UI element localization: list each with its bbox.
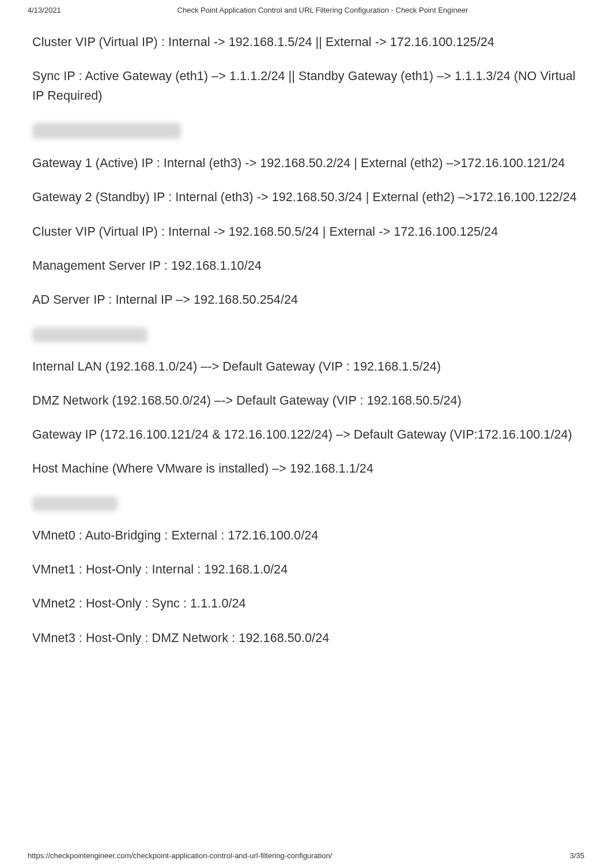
paragraph-cluster-vip-internal: Cluster VIP (Virtual IP) : Internal -> 1…: [32, 33, 580, 52]
paragraph-internal-lan: Internal LAN (192.168.1.0/24) –-> Defaul…: [32, 357, 580, 376]
paragraph-vmnet1: VMnet1 : Host-Only : Internal : 192.168.…: [32, 560, 580, 579]
header-title: Check Point Application Control and URL …: [61, 6, 584, 14]
paragraph-gateway2: Gateway 2 (Standby) IP : Internal (eth3)…: [32, 188, 580, 207]
paragraph-vmnet3: VMnet3 : Host-Only : DMZ Network : 192.1…: [32, 629, 580, 648]
paragraph-gateway1: Gateway 1 (Active) IP : Internal (eth3) …: [32, 154, 580, 173]
blurred-heading-vmnet-details: VMNet Details: [32, 496, 118, 511]
header-date: 4/13/2021: [28, 6, 61, 14]
page-footer: https://checkpointengineer.com/checkpoin…: [0, 851, 612, 860]
paragraph-host-machine: Host Machine (Where VMware is installed)…: [32, 459, 580, 478]
paragraph-gateway-ip: Gateway IP (172.16.100.121/24 & 172.16.1…: [32, 425, 580, 444]
page-header: 4/13/2021 Check Point Application Contro…: [0, 0, 612, 18]
blurred-heading-route-config: Route Configuration: [32, 327, 148, 342]
blurred-heading-dmz-network: DMZ Network(AD Server): [32, 123, 181, 139]
paragraph-vmnet0: VMnet0 : Auto-Bridging : External : 172.…: [32, 526, 580, 545]
paragraph-management-server: Management Server IP : 192.168.1.10/24: [32, 256, 580, 276]
paragraph-dmz-network: DMZ Network (192.168.50.0/24) –-> Defaul…: [32, 391, 580, 410]
document-content: Cluster VIP (Virtual IP) : Internal -> 1…: [0, 33, 612, 648]
paragraph-cluster-vip-dmz: Cluster VIP (Virtual IP) : Internal -> 1…: [32, 222, 580, 241]
footer-page-number: 3/35: [570, 851, 584, 860]
paragraph-ad-server: AD Server IP : Internal IP –> 192.168.50…: [32, 290, 580, 310]
footer-url: https://checkpointengineer.com/checkpoin…: [28, 851, 332, 860]
paragraph-sync-ip: Sync IP : Active Gateway (eth1) –> 1.1.1…: [32, 67, 580, 105]
paragraph-vmnet2: VMnet2 : Host-Only : Sync : 1.1.1.0/24: [32, 594, 580, 613]
